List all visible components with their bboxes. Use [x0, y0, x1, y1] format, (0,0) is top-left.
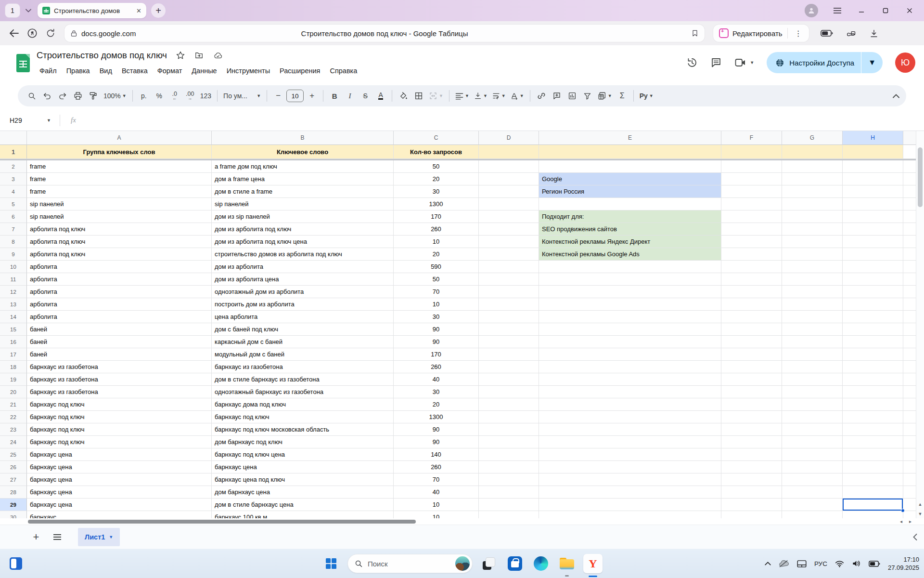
cell-h13[interactable]: [843, 298, 903, 311]
language-indicator[interactable]: РУС: [814, 560, 827, 567]
cell-a6[interactable]: sip панелей: [27, 210, 212, 223]
cell-a5[interactable]: sip панелей: [27, 198, 212, 210]
cell-d23[interactable]: [479, 423, 539, 436]
cell-b30[interactable]: барнхаус 100 кв м: [212, 511, 394, 518]
yandex-search-icon[interactable]: [24, 25, 40, 41]
clock[interactable]: 17:10 27.09.2025: [888, 555, 919, 572]
cell-g27[interactable]: [782, 473, 843, 486]
cell-e20[interactable]: [539, 386, 721, 398]
create-filter-button[interactable]: [580, 88, 595, 104]
cell-d27[interactable]: [479, 473, 539, 486]
cell-d13[interactable]: [479, 298, 539, 311]
menu-инструменты[interactable]: Инструменты: [223, 66, 274, 76]
cell-c4[interactable]: 30: [394, 185, 479, 198]
cell-c3[interactable]: 20: [394, 173, 479, 185]
row-header-23[interactable]: 23: [0, 423, 27, 436]
cell-a19[interactable]: барнхаус из газобетона: [27, 373, 212, 386]
cell-h16[interactable]: [843, 336, 903, 348]
cell-c16[interactable]: 90: [394, 336, 479, 348]
widgets-icon[interactable]: [10, 557, 22, 570]
decrease-font-size-button[interactable]: −: [271, 88, 285, 104]
cell-f27[interactable]: [721, 473, 782, 486]
cell-g14[interactable]: [782, 311, 843, 323]
cell-f21[interactable]: [721, 398, 782, 411]
browser-menu-icon[interactable]: [833, 6, 842, 15]
select-all-corner[interactable]: [0, 131, 27, 145]
cell-c28[interactable]: 40: [394, 486, 479, 499]
cell-b22[interactable]: барнхаус под ключ: [212, 411, 394, 423]
cell-d28[interactable]: [479, 486, 539, 499]
cell-a26[interactable]: барнхаус цена: [27, 461, 212, 473]
row-header-17[interactable]: 17: [0, 348, 27, 361]
cell-e14[interactable]: [539, 311, 721, 323]
cell-c6[interactable]: 170: [394, 210, 479, 223]
cell-b27[interactable]: барнхаус цена под ключ: [212, 473, 394, 486]
row-header-2[interactable]: 2: [0, 160, 27, 173]
cell-h21[interactable]: [843, 398, 903, 411]
cell-c21[interactable]: 20: [394, 398, 479, 411]
name-box-dropdown-icon[interactable]: ▼: [47, 118, 51, 123]
row-header-21[interactable]: 21: [0, 398, 27, 411]
column-header-f[interactable]: F: [721, 131, 782, 145]
text-color-button[interactable]: A: [373, 88, 388, 104]
cell-d2[interactable]: [479, 160, 539, 173]
cell-h19[interactable]: [843, 373, 903, 386]
cell-e30[interactable]: [539, 511, 721, 518]
file-explorer-icon[interactable]: [557, 554, 577, 573]
decrease-decimal-button[interactable]: .0←: [167, 88, 182, 104]
cloud-saved-icon[interactable]: [213, 52, 223, 60]
cell-f17[interactable]: [721, 348, 782, 361]
cell-g9[interactable]: [782, 248, 843, 261]
cell-c24[interactable]: 90: [394, 436, 479, 448]
cell-f14[interactable]: [721, 311, 782, 323]
cell-a12[interactable]: арболита: [27, 286, 212, 298]
cell-d22[interactable]: [479, 411, 539, 423]
address-bar[interactable]: docs.google.com Строительство домов под …: [64, 25, 705, 42]
cell-f6[interactable]: [721, 210, 782, 223]
site-lock-icon[interactable]: [70, 29, 77, 38]
cell-b10[interactable]: дом из арболита: [212, 261, 394, 273]
vertical-scrollbar[interactable]: ▲▼: [916, 131, 924, 518]
cell-g19[interactable]: [782, 373, 843, 386]
row-header-29[interactable]: 29: [0, 499, 27, 511]
cell-g11[interactable]: [782, 273, 843, 286]
sheet-tab-active[interactable]: Лист1 ▼: [78, 528, 120, 546]
increase-font-size-button[interactable]: +: [305, 88, 319, 104]
cell-a27[interactable]: барнхаус цена: [27, 473, 212, 486]
row-header-4[interactable]: 4: [0, 185, 27, 198]
volume-icon[interactable]: [852, 560, 861, 567]
cell-a23[interactable]: барнхаус под ключ: [27, 423, 212, 436]
cell-g26[interactable]: [782, 461, 843, 473]
cell-a17[interactable]: баней: [27, 348, 212, 361]
cell-e11[interactable]: [539, 273, 721, 286]
row-header-3[interactable]: 3: [0, 173, 27, 185]
cell-d24[interactable]: [479, 436, 539, 448]
cell-b19[interactable]: дом в стиле барнхаус из газобетона: [212, 373, 394, 386]
input-tools-button[interactable]: Ру▼: [638, 88, 655, 104]
cell-f11[interactable]: [721, 273, 782, 286]
cell-f4[interactable]: [721, 185, 782, 198]
cell-g16[interactable]: [782, 336, 843, 348]
cell-c14[interactable]: 30: [394, 311, 479, 323]
cell-g30[interactable]: [782, 511, 843, 518]
cell-d3[interactable]: [479, 173, 539, 185]
cell-b28[interactable]: дом барнхаус цена: [212, 486, 394, 499]
cell-f8[interactable]: [721, 236, 782, 248]
cell-c18[interactable]: 260: [394, 361, 479, 373]
share-button[interactable]: Настройки Доступа ▼: [767, 52, 883, 73]
font-size-input[interactable]: 10: [286, 90, 304, 102]
cell-b4[interactable]: дом в стиле a frame: [212, 185, 394, 198]
hide-toolbar-button[interactable]: [893, 94, 899, 98]
cell-f12[interactable]: [721, 286, 782, 298]
table-tools-button[interactable]: ▼: [596, 88, 614, 104]
cell-g2[interactable]: [782, 160, 843, 173]
selected-cell-h29[interactable]: [843, 499, 903, 511]
cell-c25[interactable]: 140: [394, 448, 479, 461]
insert-link-button[interactable]: [534, 88, 549, 104]
cell-c30[interactable]: 10: [394, 511, 479, 518]
battery-tray-icon[interactable]: [869, 561, 880, 567]
cell-e17[interactable]: [539, 348, 721, 361]
cell-g21[interactable]: [782, 398, 843, 411]
cell-h18[interactable]: [843, 361, 903, 373]
microsoft-store-icon[interactable]: [505, 554, 525, 573]
